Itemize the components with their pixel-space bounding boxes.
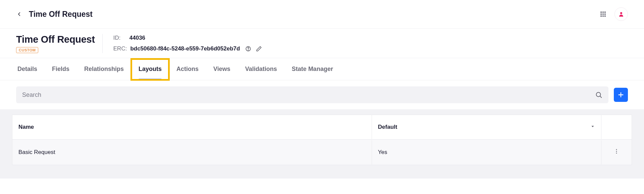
- tab-actions[interactable]: Actions: [170, 58, 205, 80]
- title-left: Time Off Request: [16, 10, 93, 19]
- id-row: ID: 44036: [113, 35, 262, 41]
- toolbar: [0, 80, 644, 109]
- svg-point-11: [248, 50, 249, 50]
- table-row[interactable]: Basic Request Yes: [12, 140, 632, 165]
- erc-label: ERC:: [113, 45, 127, 52]
- search-icon[interactable]: [595, 91, 602, 99]
- tab-state-manager[interactable]: State Manager: [285, 58, 340, 80]
- kebab-icon[interactable]: [613, 148, 620, 156]
- tab-validations[interactable]: Validations: [238, 58, 284, 80]
- help-icon[interactable]: [245, 46, 251, 52]
- tab-relationships[interactable]: Relationships: [77, 58, 130, 80]
- svg-line-13: [600, 96, 601, 98]
- svg-rect-2: [604, 12, 605, 13]
- table-header-row: Name Default: [12, 115, 632, 140]
- erc-row: ERC: bdc50680-f84c-5248-e559-7eb6d052eb7…: [113, 45, 262, 52]
- user-avatar[interactable]: [614, 7, 628, 21]
- svg-rect-5: [604, 13, 605, 14]
- svg-marker-16: [592, 126, 594, 127]
- id-label: ID:: [113, 35, 126, 41]
- svg-point-18: [616, 151, 617, 152]
- back-icon[interactable]: [16, 11, 22, 17]
- col-header-default[interactable]: Default: [372, 115, 601, 139]
- col-header-default-label: Default: [378, 124, 397, 130]
- page-title: Time Off Request: [29, 10, 93, 19]
- svg-rect-1: [602, 12, 603, 13]
- cell-name: Basic Request: [12, 140, 372, 164]
- col-header-actions: [601, 118, 632, 136]
- tabs: Details Fields Relationships Layouts Act…: [0, 58, 644, 80]
- cell-default: Yes: [372, 140, 601, 164]
- title-right: [600, 7, 628, 21]
- entity-name-group: Time Off Request CUSTOM: [16, 34, 103, 53]
- col-header-name[interactable]: Name: [12, 115, 372, 139]
- sort-chevron-down-icon[interactable]: [590, 124, 595, 130]
- svg-point-19: [616, 153, 617, 154]
- svg-rect-8: [604, 15, 605, 16]
- entity-meta-bar: Time Off Request CUSTOM ID: 44036 ERC: b…: [0, 29, 644, 58]
- svg-rect-3: [601, 13, 602, 14]
- tab-views[interactable]: Views: [207, 58, 237, 80]
- erc-icons: [245, 46, 262, 52]
- apps-grid-icon[interactable]: [600, 11, 606, 17]
- cell-actions: [601, 140, 632, 165]
- cell-default-value: Yes: [378, 149, 387, 156]
- title-bar: Time Off Request: [0, 0, 644, 29]
- tab-fields[interactable]: Fields: [45, 58, 76, 80]
- svg-point-17: [616, 149, 617, 150]
- svg-rect-0: [601, 12, 602, 13]
- layouts-table: Name Default Basic Request Yes: [12, 115, 632, 165]
- svg-rect-7: [602, 15, 603, 16]
- id-value: 44036: [129, 35, 145, 41]
- svg-rect-4: [602, 13, 603, 14]
- custom-badge: CUSTOM: [16, 47, 38, 53]
- add-button[interactable]: [614, 88, 628, 102]
- entity-ids: ID: 44036 ERC: bdc50680-f84c-5248-e559-7…: [113, 34, 262, 52]
- edit-icon[interactable]: [256, 46, 262, 52]
- erc-value: bdc50680-f84c-5248-e559-7eb6d052eb7d: [130, 45, 240, 52]
- entity-name: Time Off Request: [16, 34, 95, 45]
- table-area: Name Default Basic Request Yes: [0, 109, 644, 179]
- search-box[interactable]: [16, 86, 608, 103]
- tab-details[interactable]: Details: [11, 58, 44, 80]
- svg-point-9: [620, 12, 622, 14]
- search-input[interactable]: [22, 91, 595, 99]
- tab-layouts[interactable]: Layouts: [132, 58, 168, 80]
- svg-rect-6: [601, 15, 602, 16]
